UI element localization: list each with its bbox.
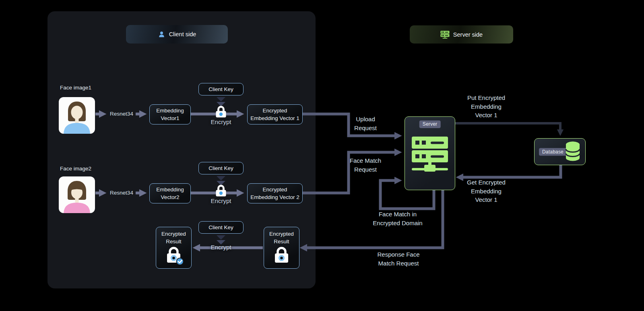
client-side-badge: Client side (126, 25, 228, 44)
encrypted-result-label: Encrypted Result (269, 230, 294, 245)
server-side-label: Server side (453, 31, 483, 38)
upload-request-label: Upload Request (341, 115, 390, 132)
database-box: Database (534, 138, 586, 165)
woman-avatar-icon (59, 176, 95, 213)
embedding-vector1-box: Embedding Vector1 (149, 104, 191, 124)
client-key-box-2: Client Key (198, 162, 244, 174)
lock-icon (214, 183, 228, 197)
put-vector-label: Put Encrypted Embedding Vector 1 (458, 93, 514, 120)
diagram-canvas: Client side Server side Face image1 Resn… (0, 0, 644, 311)
lock-verified-icon (163, 246, 185, 265)
embedding-vector2-box: Embedding Vector2 (149, 183, 191, 203)
face-image2 (59, 176, 95, 213)
face-match-domain-label: Face Match in Encrypted Domain (361, 210, 434, 227)
get-vector-arrow (459, 164, 561, 177)
encrypt-label-3: Encrypt (205, 244, 237, 251)
chevron-down-icon (217, 235, 225, 245)
database-box-label: Database (539, 148, 567, 156)
encrypted-result-label: Encrypted Result (161, 230, 186, 245)
database-icon (565, 141, 581, 162)
face-image1-label: Face image1 (60, 85, 91, 91)
woman-avatar-icon (59, 97, 95, 134)
server-rack-icon (412, 136, 448, 173)
client-key-box-3: Client Key (198, 221, 244, 234)
server-box: Server (405, 116, 455, 190)
response-face-match-label: Response Face Match Request (362, 250, 435, 267)
get-vector-label: Get Encrypted Embedding Vector 1 (458, 178, 514, 204)
encrypt-label-2: Encrypt (205, 197, 237, 204)
resnet34-label: Resnet34 (106, 190, 137, 196)
client-key-box-1: Client Key (198, 83, 244, 95)
encrypted-result-box-left: Encrypted Result (156, 227, 192, 269)
server-box-label: Server (419, 120, 441, 128)
server-side-badge: Server side (410, 25, 513, 44)
lock-icon (214, 104, 228, 118)
encrypt-label-1: Encrypt (205, 118, 237, 125)
encrypted-embedding-vector2-box: Encrypted Embedding Vector 2 (247, 183, 303, 203)
face-match-request-label: Face Match Request (337, 156, 394, 174)
encrypted-embedding-vector1-box: Encrypted Embedding Vector 1 (247, 104, 303, 124)
put-vector-arrow (454, 123, 560, 133)
face-image1 (59, 97, 95, 134)
face-image2-label: Face image2 (60, 166, 91, 172)
encrypted-result-box-right: Encrypted Result (264, 227, 299, 269)
client-side-label: Client side (169, 31, 196, 37)
person-icon (158, 31, 165, 38)
lock-icon (271, 246, 293, 265)
server-icon (440, 31, 450, 39)
resnet34-label: Resnet34 (106, 111, 137, 117)
